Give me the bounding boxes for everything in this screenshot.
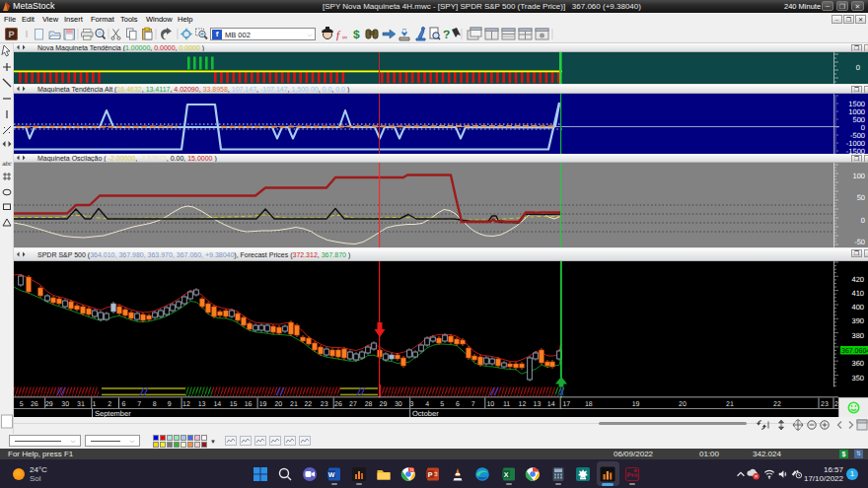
svg-text:100: 100	[852, 172, 865, 180]
svg-text:0: 0	[856, 63, 860, 72]
svg-text:∞: ∞	[342, 35, 347, 41]
svg-text:21: 21	[290, 401, 298, 408]
svg-text:f: f	[336, 30, 341, 41]
svg-text:6: 6	[122, 401, 126, 408]
svg-text:29: 29	[380, 401, 388, 408]
svg-text:13: 13	[198, 401, 206, 408]
svg-text:8: 8	[153, 401, 157, 408]
svg-text:410: 410	[851, 289, 864, 298]
svg-text:30: 30	[61, 401, 69, 408]
svg-text:19: 19	[259, 401, 267, 408]
svg-text:26: 26	[31, 401, 38, 408]
svg-text:350: 350	[851, 374, 864, 383]
svg-text:Pro: Pro	[627, 472, 638, 479]
svg-text:50: 50	[857, 193, 865, 202]
svg-text:5: 5	[20, 401, 24, 408]
svg-text:14: 14	[547, 401, 555, 408]
svg-text:7: 7	[471, 401, 475, 408]
svg-text:400: 400	[851, 303, 864, 312]
svg-text:21: 21	[726, 401, 734, 408]
svg-text:367.0604: 367.0604	[841, 348, 868, 355]
svg-text:N: N	[410, 467, 413, 472]
svg-text:380: 380	[851, 331, 864, 340]
svg-text:October: October	[412, 409, 439, 418]
svg-text:0: 0	[861, 216, 865, 225]
svg-text:W: W	[328, 472, 335, 479]
svg-text:6: 6	[456, 401, 460, 408]
svg-text:20: 20	[274, 401, 282, 408]
svg-text:X: X	[504, 472, 509, 479]
svg-text:27: 27	[349, 401, 357, 408]
svg-text:26: 26	[334, 401, 342, 408]
svg-text:31: 31	[77, 401, 85, 408]
svg-text:14: 14	[213, 401, 221, 408]
svg-text:20: 20	[679, 401, 687, 408]
svg-text:P: P	[8, 30, 14, 39]
svg-text:22: 22	[773, 401, 781, 408]
svg-text:22: 22	[304, 401, 312, 408]
svg-text:abc: abc	[2, 161, 12, 168]
svg-text:390: 390	[851, 316, 864, 325]
svg-text:5: 5	[440, 401, 444, 408]
svg-text:28: 28	[365, 401, 373, 408]
svg-text:18: 18	[585, 401, 593, 408]
svg-text:September: September	[95, 409, 131, 418]
svg-text:420: 420	[851, 275, 864, 284]
svg-text:P: P	[428, 472, 433, 479]
svg-text:1: 1	[93, 401, 97, 408]
svg-text:7: 7	[137, 401, 141, 408]
svg-text:13: 13	[534, 401, 542, 408]
svg-text:9: 9	[168, 401, 172, 408]
svg-text:16: 16	[245, 401, 253, 408]
svg-text:29: 29	[45, 401, 53, 408]
svg-text:12: 12	[182, 401, 190, 408]
svg-text:360: 360	[851, 359, 864, 368]
svg-text:11: 11	[503, 401, 510, 408]
svg-text:2: 2	[108, 401, 111, 408]
svg-text:$: $	[353, 28, 360, 41]
svg-text:17: 17	[562, 401, 570, 408]
svg-text:23: 23	[821, 401, 829, 408]
svg-text:23: 23	[321, 401, 328, 408]
svg-text:10: 10	[486, 401, 494, 408]
svg-text:-50: -50	[854, 238, 865, 246]
svg-text:?: ?	[443, 28, 450, 41]
svg-text:30: 30	[395, 401, 402, 408]
svg-text:15: 15	[230, 401, 238, 408]
svg-text:19: 19	[632, 401, 640, 408]
svg-text:4: 4	[425, 401, 429, 408]
svg-text:12: 12	[519, 401, 527, 408]
